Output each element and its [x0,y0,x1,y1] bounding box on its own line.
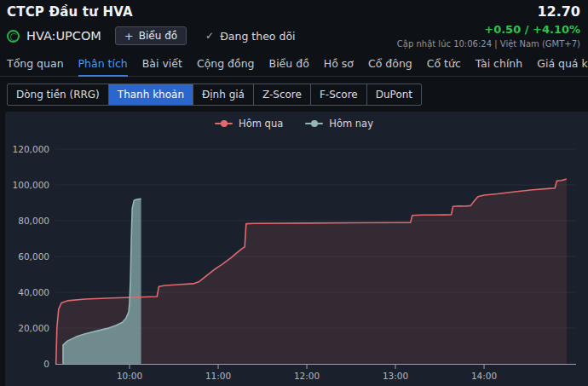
nav-tab-tai-chinh[interactable]: Tài chính [476,51,522,76]
legend-label: Hôm nay [329,118,373,130]
plus-icon: + [124,31,134,42]
stock-analysis-page: CTCP Đầu tư HVA HVA:UPCOM + Biểu đồ ✓ Đa… [0,0,588,386]
watching-label: Đang theo dõi [220,30,295,43]
add-chart-button[interactable]: + Biểu đồ [115,26,187,45]
price-box: 12.70 +0.50 / +4.10% [484,3,580,36]
x-axis-label: 12:00 [294,371,320,381]
nav-tab-co-tuc[interactable]: Cổ tức [427,51,461,76]
y-axis-label: 20,000 [18,323,49,333]
chart-legend: Hôm quaHôm nay [0,118,588,130]
check-icon: ✓ [205,31,214,41]
x-axis-label: 10:00 [117,371,142,381]
series-area-hom-nay [63,199,141,364]
nav-tab-cong-ong[interactable]: Cộng đồng [197,51,255,76]
y-axis-label: 80,000 [18,216,49,226]
ticker-symbol: HVA:UPCOM [26,29,101,43]
watching-toggle[interactable]: ✓ Đang theo dõi [205,30,295,43]
legend-marker-icon [305,123,323,124]
add-chart-button-label: Biểu đồ [139,30,177,42]
x-axis-label: 13:00 [383,371,408,381]
price-change: +0.50 / +4.10% [484,23,580,36]
y-axis-label: 0 [43,359,49,369]
x-axis-label: 14:00 [471,371,497,381]
ticker-row: HVA:UPCOM + Biểu đồ ✓ Đang theo dõi [7,26,296,46]
y-axis-label: 40,000 [18,287,49,297]
legend-item-hom-nay[interactable]: Hôm nay [305,118,373,130]
nav-tab-ho-so[interactable]: Hồ sơ [324,51,354,76]
subtab-thanh-khoan[interactable]: Thanh khoản [108,84,193,105]
subtab-f-score[interactable]: F-Score [310,84,366,105]
nav-tab-bai-viet[interactable]: Bài viết [142,51,182,76]
subtab-dong-tien-rrg[interactable]: Dòng tiền (RRG) [8,84,108,105]
company-logo-icon [7,30,20,43]
legend-label: Hôm qua [239,118,283,130]
last-updated: Cập nhật lúc 10:06:24 | Việt Nam (GMT+7) [397,39,580,49]
main-nav: Tổng quanPhân tíchBài viếtCộng đồngBiểu … [0,51,588,77]
nav-tab-tong-quan[interactable]: Tổng quan [7,51,64,76]
y-axis-label: 100,000 [13,180,49,190]
nav-tab-co-ong[interactable]: Cổ đông [368,51,412,76]
nav-tab-gia-qua-khu[interactable]: Giá quá khứ [537,51,588,76]
x-axis-label: 11:00 [205,371,231,381]
liquidity-chart[interactable]: 10:0011:0012:0013:0014:00020,00040,00060… [0,111,588,386]
subtab-dupont[interactable]: DuPont [366,84,421,105]
nav-tab-bieu-o[interactable]: Biểu đồ [269,51,309,76]
nav-tab-phan-tich[interactable]: Phân tích [78,51,128,76]
legend-marker-icon [215,123,233,124]
y-axis-label: 60,000 [18,251,49,262]
analysis-subtabs: Dòng tiền (RRG)Thanh khoảnĐịnh giáZ-Scor… [7,84,422,106]
subtab-z-score[interactable]: Z-Score [253,84,310,105]
current-price: 12.70 [484,3,580,20]
page-title: CTCP Đầu tư HVA [7,4,133,20]
legend-item-hom-qua[interactable]: Hôm qua [215,118,283,130]
y-axis-label: 120,000 [13,144,49,154]
subtab-inh-gia[interactable]: Định giá [193,84,253,105]
